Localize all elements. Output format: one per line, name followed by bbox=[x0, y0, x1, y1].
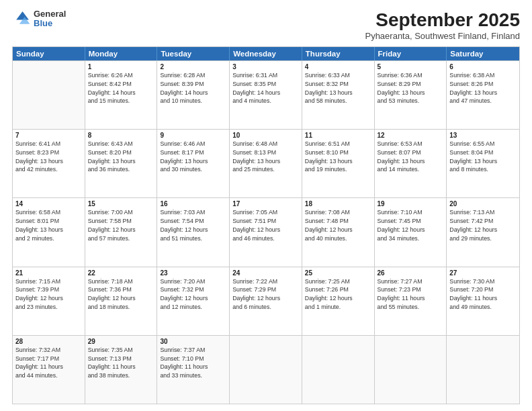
info-line: Daylight: 13 hours bbox=[15, 158, 63, 165]
info-line: Sunrise: 7:25 AM bbox=[305, 278, 350, 285]
day-number: 23 bbox=[160, 269, 226, 277]
day-number: 18 bbox=[305, 200, 371, 208]
calendar-row: 14Sunrise: 6:58 AMSunset: 8:01 PMDayligh… bbox=[13, 197, 519, 266]
info-line: Sunset: 8:26 PM bbox=[449, 81, 493, 87]
info-line: Sunset: 8:13 PM bbox=[232, 149, 276, 156]
info-line: and 4 minutes. bbox=[232, 97, 271, 104]
info-line: Daylight: 14 hours bbox=[232, 89, 280, 96]
cell-info: Sunrise: 7:30 AMSunset: 7:20 PMDaylight:… bbox=[449, 277, 517, 312]
info-line: Daylight: 12 hours bbox=[15, 295, 63, 302]
cell-info: Sunrise: 7:25 AMSunset: 7:26 PMDaylight:… bbox=[305, 277, 371, 312]
info-line: Sunrise: 7:03 AM bbox=[160, 209, 205, 216]
calendar-row: 1Sunrise: 6:26 AMSunset: 8:42 PMDaylight… bbox=[13, 60, 519, 129]
calendar: SundayMondayTuesdayWednesdayThursdayFrid… bbox=[12, 46, 520, 404]
info-line: and 42 minutes. bbox=[15, 166, 58, 173]
calendar-cell: 15Sunrise: 7:00 AMSunset: 7:58 PMDayligh… bbox=[85, 198, 158, 266]
info-line: Daylight: 13 hours bbox=[232, 158, 280, 165]
cell-info: Sunrise: 6:48 AMSunset: 8:13 PMDaylight:… bbox=[232, 140, 299, 174]
cell-info: Sunrise: 7:32 AMSunset: 7:17 PMDaylight:… bbox=[15, 346, 82, 380]
day-number: 20 bbox=[449, 200, 517, 208]
info-line: Sunrise: 7:15 AM bbox=[15, 278, 60, 285]
info-line: Sunset: 7:29 PM bbox=[232, 286, 276, 293]
info-line: and 2 minutes. bbox=[15, 235, 54, 242]
calendar-cell: 1Sunrise: 6:26 AMSunset: 8:42 PMDaylight… bbox=[85, 61, 158, 129]
calendar-cell: 5Sunrise: 6:36 AMSunset: 8:29 PMDaylight… bbox=[375, 61, 447, 129]
day-number: 29 bbox=[88, 338, 154, 345]
day-number: 16 bbox=[160, 200, 226, 208]
day-number: 26 bbox=[378, 269, 444, 277]
info-line: and 40 minutes. bbox=[305, 235, 347, 242]
calendar-cell bbox=[230, 336, 302, 404]
info-line: Sunset: 8:42 PM bbox=[88, 81, 132, 87]
info-line: and 36 minutes. bbox=[88, 166, 130, 173]
cell-info: Sunrise: 7:00 AMSunset: 7:58 PMDaylight:… bbox=[88, 208, 154, 242]
calendar-cell: 8Sunrise: 6:43 AMSunset: 8:20 PMDaylight… bbox=[85, 130, 158, 197]
info-line: Daylight: 11 hours bbox=[449, 295, 497, 302]
calendar-cell: 11Sunrise: 6:51 AMSunset: 8:10 PMDayligh… bbox=[302, 130, 375, 197]
info-line: and 53 minutes. bbox=[378, 97, 420, 104]
info-line: Sunrise: 7:37 AM bbox=[160, 347, 205, 353]
calendar-cell: 27Sunrise: 7:30 AMSunset: 7:20 PMDayligh… bbox=[447, 267, 519, 335]
day-number: 7 bbox=[15, 132, 82, 139]
info-line: Sunrise: 6:51 AM bbox=[305, 140, 350, 147]
calendar-cell: 24Sunrise: 7:22 AMSunset: 7:29 PMDayligh… bbox=[230, 267, 302, 335]
calendar-row: 21Sunrise: 7:15 AMSunset: 7:39 PMDayligh… bbox=[13, 267, 519, 335]
info-line: Daylight: 12 hours bbox=[305, 226, 353, 233]
calendar-cell: 6Sunrise: 6:38 AMSunset: 8:26 PMDaylight… bbox=[447, 61, 519, 129]
info-line: Sunrise: 6:31 AM bbox=[232, 72, 277, 79]
info-line: Sunset: 7:10 PM bbox=[160, 355, 204, 362]
info-line: Daylight: 13 hours bbox=[160, 158, 208, 165]
cell-info: Sunrise: 6:55 AMSunset: 8:04 PMDaylight:… bbox=[449, 140, 517, 174]
info-line: Sunrise: 6:46 AM bbox=[160, 140, 205, 147]
day-number: 24 bbox=[232, 269, 299, 277]
info-line: and 49 minutes. bbox=[449, 304, 492, 310]
cell-info: Sunrise: 7:15 AMSunset: 7:39 PMDaylight:… bbox=[15, 277, 82, 312]
info-line: Sunset: 7:32 PM bbox=[160, 286, 204, 293]
info-line: and 30 minutes. bbox=[160, 166, 202, 173]
page: General Blue September 2025 Pyhaeranta, … bbox=[0, 0, 532, 411]
calendar-cell: 2Sunrise: 6:28 AMSunset: 8:39 PMDaylight… bbox=[157, 61, 230, 129]
day-number: 8 bbox=[88, 132, 154, 139]
calendar-cell: 12Sunrise: 6:53 AMSunset: 8:07 PMDayligh… bbox=[375, 130, 447, 197]
info-line: Daylight: 13 hours bbox=[378, 89, 425, 96]
cell-info: Sunrise: 6:41 AMSunset: 8:23 PMDaylight:… bbox=[15, 140, 82, 174]
info-line: and 18 minutes. bbox=[88, 304, 130, 310]
info-line: and 34 minutes. bbox=[378, 235, 420, 242]
calendar-cell: 10Sunrise: 6:48 AMSunset: 8:13 PMDayligh… bbox=[230, 130, 302, 197]
info-line: Sunset: 7:26 PM bbox=[305, 286, 349, 293]
info-line: Sunrise: 7:30 AM bbox=[449, 278, 494, 285]
info-line: and 19 minutes. bbox=[305, 166, 347, 173]
calendar-cell: 16Sunrise: 7:03 AMSunset: 7:54 PMDayligh… bbox=[157, 198, 230, 266]
info-line: and 1 minute. bbox=[305, 304, 341, 310]
calendar-cell: 7Sunrise: 6:41 AMSunset: 8:23 PMDaylight… bbox=[13, 130, 85, 197]
info-line: Daylight: 12 hours bbox=[378, 226, 425, 233]
calendar-cell: 30Sunrise: 7:37 AMSunset: 7:10 PMDayligh… bbox=[157, 336, 230, 404]
cell-info: Sunrise: 7:03 AMSunset: 7:54 PMDaylight:… bbox=[160, 208, 226, 242]
day-number: 11 bbox=[305, 132, 371, 139]
cell-info: Sunrise: 6:28 AMSunset: 8:39 PMDaylight:… bbox=[160, 71, 226, 105]
info-line: Daylight: 12 hours bbox=[305, 295, 353, 302]
info-line: Daylight: 14 hours bbox=[160, 89, 208, 96]
info-line: Sunset: 7:17 PM bbox=[15, 355, 59, 362]
info-line: Sunrise: 7:35 AM bbox=[88, 347, 133, 353]
cell-info: Sunrise: 7:18 AMSunset: 7:36 PMDaylight:… bbox=[88, 277, 154, 312]
info-line: Daylight: 13 hours bbox=[305, 89, 353, 96]
info-line: Daylight: 13 hours bbox=[449, 158, 497, 165]
logo-icon bbox=[12, 9, 31, 28]
day-number: 4 bbox=[305, 63, 371, 71]
cell-info: Sunrise: 7:22 AMSunset: 7:29 PMDaylight:… bbox=[232, 277, 299, 312]
info-line: Daylight: 11 hours bbox=[15, 363, 63, 370]
logo-text: General Blue bbox=[34, 9, 66, 29]
day-number: 17 bbox=[232, 200, 299, 208]
cell-info: Sunrise: 7:10 AMSunset: 7:45 PMDaylight:… bbox=[378, 208, 444, 242]
logo: General Blue bbox=[12, 9, 66, 29]
calendar-cell: 18Sunrise: 7:08 AMSunset: 7:48 PMDayligh… bbox=[302, 198, 375, 266]
calendar-row: 7Sunrise: 6:41 AMSunset: 8:23 PMDaylight… bbox=[13, 129, 519, 197]
svg-marker-0 bbox=[16, 11, 29, 19]
info-line: Daylight: 13 hours bbox=[305, 158, 353, 165]
calendar-header-row: SundayMondayTuesdayWednesdayThursdayFrid… bbox=[13, 47, 519, 60]
day-number: 10 bbox=[232, 132, 299, 139]
day-number: 5 bbox=[378, 63, 444, 71]
info-line: Sunrise: 6:58 AM bbox=[15, 209, 60, 216]
info-line: Daylight: 12 hours bbox=[88, 295, 136, 302]
